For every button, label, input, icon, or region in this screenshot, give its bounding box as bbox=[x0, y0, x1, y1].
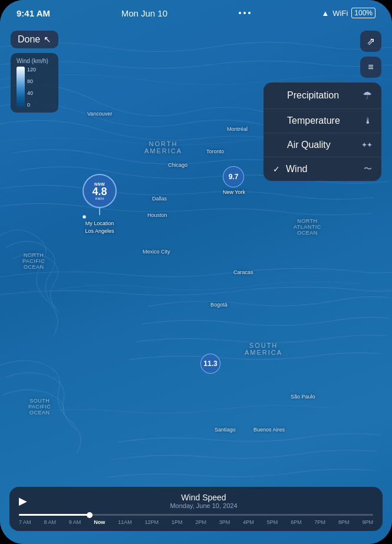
time-now: Now bbox=[94, 519, 105, 525]
status-right: ▲ WiFi 100% bbox=[321, 8, 375, 18]
time-9am: 9 AM bbox=[69, 519, 81, 525]
wind-speed-ny: 9.7 bbox=[229, 173, 239, 181]
my-location-label: My Location bbox=[83, 220, 117, 226]
menu-item-air-quality-left: Air Quality bbox=[273, 140, 331, 150]
track-thumb[interactable] bbox=[87, 512, 93, 518]
track-fill bbox=[19, 514, 90, 516]
precipitation-icon: ☂ bbox=[363, 89, 372, 102]
la-label: Los Angeles bbox=[83, 228, 117, 234]
wind-label-40: 40 bbox=[27, 90, 36, 96]
wind-speed-lima-bubble: 11.3 bbox=[200, 354, 220, 374]
location-marker-ny[interactable]: 9.7 New York bbox=[223, 166, 245, 195]
cursor-icon: ↖ bbox=[44, 34, 51, 45]
wind-unit-la: KM/H bbox=[95, 197, 104, 200]
air-quality-icon: ✦✦ bbox=[361, 141, 372, 149]
battery-icon: 100% bbox=[351, 8, 375, 18]
temperature-icon: 🌡 bbox=[364, 116, 372, 126]
menu-item-wind-left: ✓ Wind bbox=[273, 164, 307, 174]
status-date: Mon Jun 10 bbox=[121, 8, 167, 18]
menu-item-temperature-left: Temperature bbox=[273, 116, 340, 126]
marker-pin-la bbox=[99, 208, 100, 215]
menu-item-precipitation[interactable]: Precipitation ☂ bbox=[263, 83, 381, 109]
player-date: Monday, June 10, 2024 bbox=[34, 502, 373, 509]
time-2pm: 2PM bbox=[195, 519, 206, 525]
wind-speed-lima: 11.3 bbox=[203, 360, 217, 368]
time-11am: 11AM bbox=[118, 519, 132, 525]
wind-label: Wind bbox=[286, 164, 307, 174]
player-title: Wind Speed bbox=[34, 493, 373, 502]
time-8am: 8 AM bbox=[44, 519, 56, 525]
player-info: Wind Speed Monday, June 10, 2024 bbox=[34, 493, 373, 509]
menu-item-temperature[interactable]: Temperature 🌡 bbox=[263, 109, 381, 133]
time-3pm: 3PM bbox=[219, 519, 230, 525]
wifi-icon: WiFi bbox=[332, 9, 348, 18]
wind-speed-la: 4.8 bbox=[92, 186, 107, 197]
status-time: 9:41 AM bbox=[17, 8, 50, 18]
wind-label-120: 120 bbox=[27, 67, 36, 72]
time-4pm: 4PM bbox=[243, 519, 254, 525]
done-button[interactable]: Done ↖ bbox=[11, 31, 58, 48]
marker-dot-la bbox=[83, 215, 86, 219]
time-8pm: 8PM bbox=[338, 519, 350, 525]
status-center-dots bbox=[239, 12, 251, 14]
time-6pm: 6PM bbox=[291, 519, 302, 525]
location-button[interactable]: ⇗ bbox=[360, 31, 381, 52]
wind-label-80: 80 bbox=[27, 78, 36, 84]
top-right-controls: ⇗ ≡ Precipitation ☂ Temperature 🌡 bbox=[263, 31, 381, 181]
done-label: Done bbox=[18, 34, 40, 45]
top-left-controls: Done ↖ Wind (km/h) 120 80 40 0 bbox=[11, 31, 58, 113]
wind-speed-ny-bubble: 9.7 bbox=[223, 166, 244, 187]
status-bar: 9:41 AM Mon Jun 10 ▲ WiFi 100% bbox=[0, 0, 392, 26]
time-labels: 7 AM 8 AM 9 AM Now 11AM 12PM 1PM 2PM 3PM… bbox=[19, 519, 373, 525]
track-bar[interactable] bbox=[19, 514, 373, 516]
location-marker-la[interactable]: NNW 4.8 KM/H My Location Los Angeles bbox=[83, 174, 117, 234]
player-top: ▶ Wind Speed Monday, June 10, 2024 bbox=[19, 493, 373, 509]
wind-checkmark: ✓ bbox=[273, 164, 280, 174]
location-marker-lima[interactable]: 11.3 bbox=[200, 354, 220, 374]
time-5pm: 5PM bbox=[267, 519, 278, 525]
bottom-player: ▶ Wind Speed Monday, June 10, 2024 7 AM … bbox=[9, 487, 383, 531]
wind-legend-title: Wind (km/h) bbox=[17, 58, 52, 64]
air-quality-label: Air Quality bbox=[287, 140, 331, 150]
time-7pm: 7PM bbox=[315, 519, 326, 525]
wind-scale: 120 80 40 0 bbox=[17, 67, 52, 108]
ny-label: New York bbox=[223, 189, 245, 195]
temperature-label: Temperature bbox=[287, 116, 340, 126]
wind-labels: 120 80 40 0 bbox=[27, 67, 36, 108]
time-9pm: 9PM bbox=[362, 519, 373, 525]
dropdown-menu: Precipitation ☂ Temperature 🌡 Air Qualit… bbox=[263, 83, 381, 181]
menu-item-air-quality[interactable]: Air Quality ✦✦ bbox=[263, 133, 381, 157]
layers-button[interactable]: ≡ bbox=[360, 57, 381, 78]
precipitation-label: Precipitation bbox=[287, 90, 339, 101]
time-1pm: 1PM bbox=[172, 519, 183, 525]
time-7am: 7 AM bbox=[19, 519, 31, 525]
time-12pm: 12PM bbox=[145, 519, 159, 525]
wind-label-0: 0 bbox=[27, 102, 36, 108]
menu-item-wind[interactable]: ✓ Wind 〜 bbox=[263, 157, 381, 181]
menu-item-precipitation-left: Precipitation bbox=[273, 90, 339, 101]
wind-bar bbox=[17, 67, 25, 108]
player-track[interactable] bbox=[19, 514, 373, 516]
wind-legend: Wind (km/h) 120 80 40 0 bbox=[11, 53, 58, 113]
play-button[interactable]: ▶ bbox=[19, 494, 27, 507]
device-frame: 9:41 AM Mon Jun 10 ▲ WiFi 100% Done ↖ Wi… bbox=[0, 0, 392, 544]
wind-menu-icon: 〜 bbox=[364, 164, 372, 174]
signal-icon: ▲ bbox=[321, 9, 329, 18]
